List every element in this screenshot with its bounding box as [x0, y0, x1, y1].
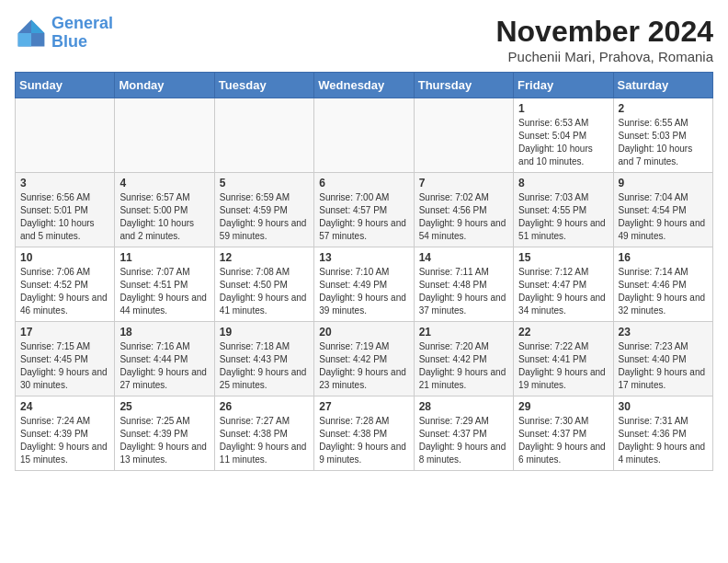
day-number: 21: [419, 326, 508, 339]
calendar-cell: 6Sunrise: 7:00 AM Sunset: 4:57 PM Daylig…: [314, 173, 414, 247]
day-number: 14: [419, 251, 508, 264]
day-info: Sunrise: 7:31 AM Sunset: 4:36 PM Dayligh…: [619, 415, 708, 466]
logo-line1: General: [51, 14, 113, 32]
location: Puchenii Mari, Prahova, Romania: [495, 49, 713, 64]
week-row-1: 1Sunrise: 6:53 AM Sunset: 5:04 PM Daylig…: [16, 98, 713, 173]
day-number: 27: [319, 400, 408, 413]
day-number: 19: [220, 326, 309, 339]
calendar-cell: 25Sunrise: 7:25 AM Sunset: 4:39 PM Dayli…: [115, 396, 214, 471]
calendar-body: 1Sunrise: 6:53 AM Sunset: 5:04 PM Daylig…: [16, 98, 713, 471]
day-number: 5: [220, 177, 309, 190]
calendar-cell: 20Sunrise: 7:19 AM Sunset: 4:42 PM Dayli…: [314, 322, 414, 396]
day-info: Sunrise: 7:24 AM Sunset: 4:39 PM Dayligh…: [20, 415, 109, 466]
day-number: 7: [419, 177, 508, 190]
calendar-cell: 15Sunrise: 7:12 AM Sunset: 4:47 PM Dayli…: [514, 247, 613, 322]
day-number: 16: [619, 251, 708, 264]
column-header-thursday: Thursday: [414, 73, 513, 98]
day-number: 8: [518, 177, 608, 190]
day-info: Sunrise: 7:06 AM Sunset: 4:52 PM Dayligh…: [20, 266, 109, 317]
calendar-cell: 3Sunrise: 6:56 AM Sunset: 5:01 PM Daylig…: [16, 173, 115, 247]
svg-marker-1: [31, 19, 44, 32]
calendar-cell: 19Sunrise: 7:18 AM Sunset: 4:43 PM Dayli…: [214, 322, 313, 396]
column-header-wednesday: Wednesday: [314, 73, 414, 98]
day-info: Sunrise: 7:02 AM Sunset: 4:56 PM Dayligh…: [419, 191, 508, 243]
calendar-cell: [115, 98, 214, 173]
column-header-friday: Friday: [514, 73, 613, 98]
calendar-cell: 1Sunrise: 6:53 AM Sunset: 5:04 PM Daylig…: [514, 98, 613, 173]
calendar-table: SundayMondayTuesdayWednesdayThursdayFrid…: [15, 72, 713, 471]
calendar-cell: [214, 98, 313, 173]
day-number: 25: [119, 400, 209, 413]
day-info: Sunrise: 7:20 AM Sunset: 4:42 PM Dayligh…: [419, 340, 508, 392]
header: General Blue November 2024 Puchenii Mari…: [15, 15, 713, 64]
day-number: 30: [619, 400, 708, 413]
day-info: Sunrise: 7:00 AM Sunset: 4:57 PM Dayligh…: [319, 191, 408, 243]
day-info: Sunrise: 6:56 AM Sunset: 5:01 PM Dayligh…: [20, 191, 109, 243]
day-info: Sunrise: 6:53 AM Sunset: 5:04 PM Dayligh…: [518, 117, 608, 168]
calendar-cell: 30Sunrise: 7:31 AM Sunset: 4:36 PM Dayli…: [613, 396, 712, 471]
logo-icon: [15, 17, 48, 50]
day-number: 17: [20, 326, 109, 339]
day-info: Sunrise: 7:12 AM Sunset: 4:47 PM Dayligh…: [518, 266, 608, 317]
column-header-tuesday: Tuesday: [214, 73, 313, 98]
column-header-saturday: Saturday: [613, 73, 712, 98]
day-number: 22: [518, 326, 608, 339]
title-area: November 2024 Puchenii Mari, Prahova, Ro…: [495, 15, 713, 64]
calendar-cell: 24Sunrise: 7:24 AM Sunset: 4:39 PM Dayli…: [16, 396, 115, 471]
day-info: Sunrise: 7:10 AM Sunset: 4:49 PM Dayligh…: [319, 266, 408, 317]
day-number: 9: [619, 177, 708, 190]
day-info: Sunrise: 7:04 AM Sunset: 4:54 PM Dayligh…: [619, 191, 708, 243]
day-info: Sunrise: 7:03 AM Sunset: 4:55 PM Dayligh…: [518, 191, 608, 243]
day-number: 1: [518, 102, 608, 115]
week-row-3: 10Sunrise: 7:06 AM Sunset: 4:52 PM Dayli…: [16, 247, 713, 322]
day-info: Sunrise: 7:18 AM Sunset: 4:43 PM Dayligh…: [220, 340, 309, 392]
day-info: Sunrise: 7:15 AM Sunset: 4:45 PM Dayligh…: [20, 340, 109, 392]
day-number: 2: [619, 102, 708, 115]
day-info: Sunrise: 6:57 AM Sunset: 5:00 PM Dayligh…: [119, 191, 209, 243]
day-number: 3: [20, 177, 109, 190]
day-info: Sunrise: 7:11 AM Sunset: 4:48 PM Dayligh…: [419, 266, 508, 317]
day-info: Sunrise: 7:30 AM Sunset: 4:37 PM Dayligh…: [518, 415, 608, 466]
day-info: Sunrise: 7:22 AM Sunset: 4:41 PM Dayligh…: [518, 340, 608, 392]
svg-marker-2: [18, 33, 31, 46]
day-info: Sunrise: 7:28 AM Sunset: 4:38 PM Dayligh…: [319, 415, 408, 466]
calendar-cell: 29Sunrise: 7:30 AM Sunset: 4:37 PM Dayli…: [514, 396, 613, 471]
day-number: 13: [319, 251, 408, 264]
day-number: 20: [319, 326, 408, 339]
calendar-cell: 17Sunrise: 7:15 AM Sunset: 4:45 PM Dayli…: [16, 322, 115, 396]
logo-text: General Blue: [51, 15, 113, 52]
week-row-2: 3Sunrise: 6:56 AM Sunset: 5:01 PM Daylig…: [16, 173, 713, 247]
calendar-cell: [16, 98, 115, 173]
calendar-cell: 14Sunrise: 7:11 AM Sunset: 4:48 PM Dayli…: [414, 247, 513, 322]
calendar-cell: 26Sunrise: 7:27 AM Sunset: 4:38 PM Dayli…: [214, 396, 313, 471]
calendar-cell: 27Sunrise: 7:28 AM Sunset: 4:38 PM Dayli…: [314, 396, 414, 471]
calendar-cell: [314, 98, 414, 173]
day-number: 18: [119, 326, 209, 339]
day-number: 15: [518, 251, 608, 264]
day-number: 29: [518, 400, 608, 413]
day-info: Sunrise: 7:27 AM Sunset: 4:38 PM Dayligh…: [220, 415, 309, 466]
calendar-cell: 7Sunrise: 7:02 AM Sunset: 4:56 PM Daylig…: [414, 173, 513, 247]
calendar-cell: 13Sunrise: 7:10 AM Sunset: 4:49 PM Dayli…: [314, 247, 414, 322]
calendar-cell: 2Sunrise: 6:55 AM Sunset: 5:03 PM Daylig…: [613, 98, 712, 173]
calendar-cell: 11Sunrise: 7:07 AM Sunset: 4:51 PM Dayli…: [115, 247, 214, 322]
calendar-header-row: SundayMondayTuesdayWednesdayThursdayFrid…: [16, 73, 713, 98]
day-number: 6: [319, 177, 408, 190]
day-info: Sunrise: 7:23 AM Sunset: 4:40 PM Dayligh…: [619, 340, 708, 392]
calendar-cell: 9Sunrise: 7:04 AM Sunset: 4:54 PM Daylig…: [613, 173, 712, 247]
calendar-cell: 18Sunrise: 7:16 AM Sunset: 4:44 PM Dayli…: [115, 322, 214, 396]
day-number: 10: [20, 251, 109, 264]
calendar-cell: 5Sunrise: 6:59 AM Sunset: 4:59 PM Daylig…: [214, 173, 313, 247]
month-year: November 2024: [495, 15, 713, 49]
day-info: Sunrise: 7:19 AM Sunset: 4:42 PM Dayligh…: [319, 340, 408, 392]
day-number: 4: [119, 177, 209, 190]
calendar-cell: 4Sunrise: 6:57 AM Sunset: 5:00 PM Daylig…: [115, 173, 214, 247]
day-info: Sunrise: 7:14 AM Sunset: 4:46 PM Dayligh…: [619, 266, 708, 317]
calendar-cell: 8Sunrise: 7:03 AM Sunset: 4:55 PM Daylig…: [514, 173, 613, 247]
calendar-cell: 22Sunrise: 7:22 AM Sunset: 4:41 PM Dayli…: [514, 322, 613, 396]
calendar-cell: 10Sunrise: 7:06 AM Sunset: 4:52 PM Dayli…: [16, 247, 115, 322]
day-number: 11: [119, 251, 209, 264]
calendar-cell: [414, 98, 513, 173]
day-info: Sunrise: 7:07 AM Sunset: 4:51 PM Dayligh…: [119, 266, 209, 317]
calendar-cell: 28Sunrise: 7:29 AM Sunset: 4:37 PM Dayli…: [414, 396, 513, 471]
